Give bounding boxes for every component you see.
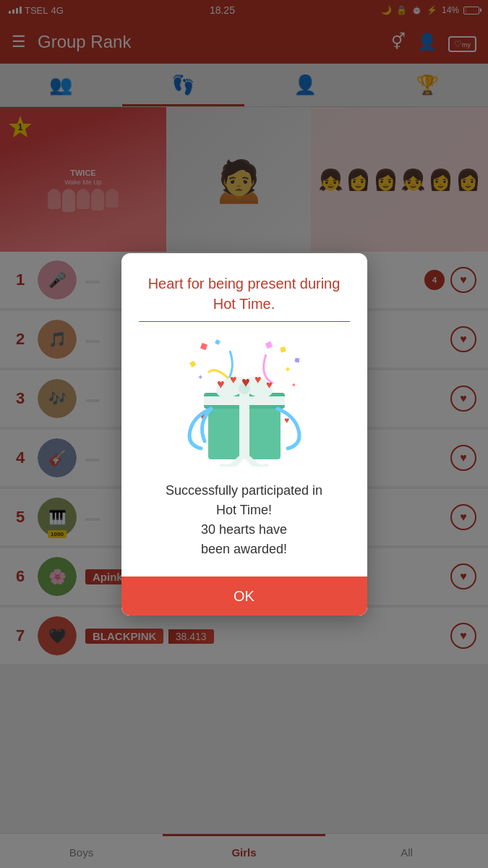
modal-gift-image: ✦ ✦ ✦ ♥ ♥ ♥ ♥ (139, 336, 350, 467)
modal-title: Heart for being present duringHot Time. (139, 273, 350, 314)
modal-dialog: Heart for being present duringHot Time. … (121, 253, 367, 616)
svg-rect-3 (214, 339, 220, 344)
ok-button[interactable]: OK (121, 576, 367, 616)
svg-rect-5 (294, 357, 299, 362)
svg-rect-6 (189, 360, 196, 367)
modal-overlay: Heart for being present duringHot Time. … (0, 0, 488, 868)
svg-text:✦: ✦ (291, 382, 296, 388)
svg-text:♥: ♥ (217, 377, 225, 391)
svg-rect-4 (265, 341, 273, 349)
svg-text:✦: ✦ (197, 373, 203, 381)
svg-text:♥: ♥ (254, 373, 262, 386)
svg-text:♥: ♥ (241, 374, 250, 390)
svg-rect-1 (200, 342, 207, 349)
svg-rect-13 (204, 396, 285, 405)
svg-text:♥: ♥ (230, 373, 237, 386)
gift-svg: ✦ ✦ ✦ ♥ ♥ ♥ ♥ (172, 336, 317, 467)
svg-text:✦: ✦ (284, 365, 291, 375)
modal-divider (139, 321, 350, 322)
svg-rect-2 (280, 346, 286, 353)
svg-text:♥: ♥ (266, 378, 273, 391)
modal-message: Successfully participated inHot Time!30 … (139, 481, 350, 559)
